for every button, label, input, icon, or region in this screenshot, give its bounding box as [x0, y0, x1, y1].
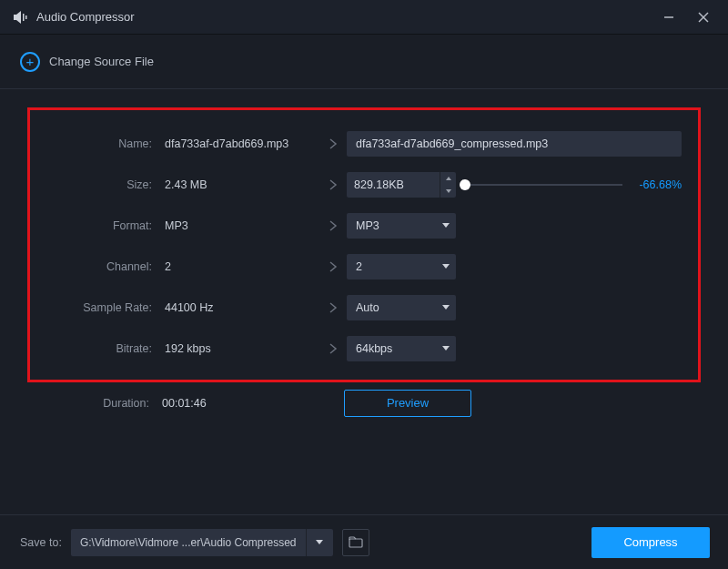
label-sample-rate: Sample Rate: — [46, 301, 165, 314]
label-channel: Channel: — [46, 260, 165, 273]
open-folder-button[interactable] — [342, 529, 369, 556]
size-slider[interactable] — [465, 184, 622, 186]
label-size: Size: — [46, 178, 165, 191]
duration-value: 00:01:46 — [162, 397, 317, 410]
chevron-down-icon — [441, 222, 450, 229]
plus-icon: + — [20, 52, 40, 72]
svg-marker-13 — [316, 540, 323, 544]
row-channel: Channel: 2 2 — [46, 246, 682, 287]
save-to-label: Save to: — [20, 536, 62, 549]
slider-thumb[interactable] — [460, 179, 470, 190]
channel-select[interactable]: 2 — [347, 254, 456, 279]
label-bitrate: Bitrate: — [46, 342, 165, 355]
arrow-icon — [319, 219, 347, 232]
row-format: Format: MP3 MP3 — [46, 205, 682, 246]
app-title: Audio Compressor — [36, 10, 135, 24]
row-sample-rate: Sample Rate: 44100 Hz Auto — [46, 287, 682, 328]
svg-rect-14 — [349, 539, 362, 547]
change-source-button[interactable]: + Change Source File — [20, 52, 154, 72]
toolbar: + Change Source File — [0, 35, 728, 89]
source-sample-rate: 44100 Hz — [165, 301, 319, 314]
source-size: 2.43 MB — [165, 178, 319, 191]
row-duration: Duration: 00:01:46 Preview — [27, 382, 701, 423]
arrow-icon — [319, 137, 347, 150]
folder-icon — [349, 536, 363, 549]
source-format: MP3 — [165, 219, 319, 232]
format-select[interactable]: MP3 — [347, 213, 456, 239]
row-size: Size: 2.43 MB 829.18KB -66. — [46, 164, 682, 205]
target-size-value: 829.18KB — [347, 178, 440, 191]
label-name: Name: — [46, 137, 165, 150]
source-bitrate: 192 kbps — [165, 342, 319, 355]
size-step-down[interactable] — [440, 185, 456, 198]
size-step-up[interactable] — [440, 172, 456, 185]
arrow-icon — [319, 342, 347, 355]
chevron-down-icon — [441, 263, 450, 269]
svg-marker-9 — [442, 223, 450, 228]
row-bitrate: Bitrate: 192 kbps 64kbps — [46, 328, 682, 369]
compress-button[interactable]: Compress — [592, 527, 710, 558]
svg-marker-12 — [442, 346, 450, 351]
arrow-icon — [319, 178, 347, 191]
svg-marker-1 — [16, 11, 21, 24]
highlighted-settings-box: Name: dfa733af-d7abd669.mp3 Size: 2.43 M… — [27, 107, 701, 382]
arrow-icon — [319, 301, 347, 314]
size-reduction-percent: -66.68% — [639, 178, 682, 191]
label-duration: Duration: — [44, 397, 162, 410]
row-name: Name: dfa733af-d7abd669.mp3 — [46, 123, 682, 164]
svg-rect-2 — [23, 14, 25, 21]
channel-select-value: 2 — [356, 260, 441, 273]
source-name: dfa733af-d7abd669.mp3 — [165, 137, 319, 150]
save-path-select[interactable]: G:\Vidmore\Vidmore ...er\Audio Compresse… — [71, 529, 333, 556]
footer: Save to: G:\Vidmore\Vidmore ...er\Audio … — [0, 514, 728, 569]
change-source-label: Change Source File — [49, 55, 154, 68]
target-size-stepper[interactable]: 829.18KB — [347, 172, 456, 198]
svg-marker-7 — [446, 177, 451, 180]
label-format: Format: — [46, 219, 165, 232]
sample-rate-select[interactable]: Auto — [347, 295, 456, 320]
save-path-value: G:\Vidmore\Vidmore ...er\Audio Compresse… — [71, 536, 306, 549]
minimize-button[interactable] — [652, 0, 686, 35]
chevron-down-icon — [441, 345, 450, 351]
svg-rect-0 — [14, 15, 16, 20]
sample-rate-select-value: Auto — [356, 301, 441, 314]
source-channel: 2 — [165, 260, 319, 273]
format-select-value: MP3 — [356, 219, 441, 232]
svg-marker-10 — [442, 264, 450, 269]
arrow-icon — [319, 260, 347, 273]
save-path-dropdown[interactable] — [306, 529, 333, 556]
close-button[interactable] — [686, 0, 721, 35]
titlebar: Audio Compressor — [0, 0, 728, 35]
preview-button[interactable]: Preview — [344, 390, 471, 417]
target-name-input[interactable] — [347, 131, 682, 157]
bitrate-select-value: 64kbps — [356, 342, 441, 355]
svg-marker-11 — [442, 305, 450, 310]
svg-rect-3 — [25, 15, 27, 19]
bitrate-select[interactable]: 64kbps — [347, 336, 456, 361]
svg-marker-8 — [446, 189, 451, 193]
app-icon — [13, 9, 29, 25]
chevron-down-icon — [441, 304, 450, 310]
